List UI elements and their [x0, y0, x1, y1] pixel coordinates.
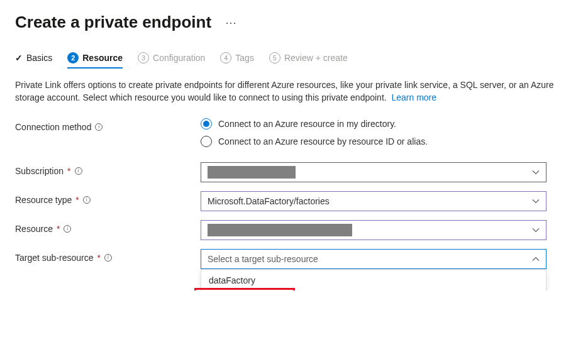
required-indicator: *	[97, 253, 101, 263]
radio-label: Connect to an Azure resource by resource…	[218, 136, 428, 146]
chevron-up-icon	[532, 255, 540, 263]
tab-label: Basics	[26, 53, 52, 63]
connection-method-radiogroup: Connect to an Azure resource in my direc…	[201, 118, 546, 147]
more-actions-button[interactable]: ⋯	[223, 13, 240, 32]
required-indicator: *	[75, 195, 79, 205]
chevron-down-icon	[532, 168, 540, 176]
resource-type-select[interactable]: Microsoft.DataFactory/factories	[201, 191, 546, 211]
subscription-select[interactable]	[201, 162, 546, 182]
step-number-icon: 2	[67, 52, 79, 63]
select-placeholder: Select a target sub-resource	[208, 254, 318, 264]
info-icon[interactable]: i	[83, 196, 91, 204]
tab-resource[interactable]: 2 Resource	[67, 52, 123, 67]
radio-connect-directory[interactable]: Connect to an Azure resource in my direc…	[201, 118, 546, 130]
dropdown-option-datafactory[interactable]: dataFactory	[201, 270, 546, 290]
step-number-icon: 3	[138, 52, 149, 63]
resource-type-value: Microsoft.DataFactory/factories	[208, 196, 330, 206]
wizard-tabs: ✓ Basics 2 Resource 3 Configuration 4 Ta…	[15, 52, 573, 67]
chevron-down-icon	[532, 226, 540, 234]
resource-type-label: Resource type	[15, 195, 72, 205]
required-indicator: *	[57, 224, 60, 234]
learn-more-link[interactable]: Learn more	[391, 92, 436, 102]
tab-configuration[interactable]: 3 Configuration	[138, 52, 205, 67]
info-icon[interactable]: i	[95, 123, 103, 131]
info-icon[interactable]: i	[75, 167, 82, 175]
tab-description: Private Link offers options to create pr…	[15, 79, 556, 104]
masked-value	[208, 224, 352, 236]
masked-value	[208, 166, 296, 179]
tab-tags[interactable]: 4 Tags	[220, 52, 254, 67]
checkmark-icon: ✓	[15, 53, 23, 63]
subscription-label: Subscription	[15, 166, 64, 176]
tab-basics[interactable]: ✓ Basics	[15, 53, 52, 67]
connection-method-label: Connection method	[15, 122, 91, 132]
step-number-icon: 4	[220, 52, 231, 63]
radio-unselected-icon	[201, 136, 212, 147]
target-sub-resource-dropdown: dataFactory portal	[201, 269, 546, 290]
tab-label: Configuration	[153, 53, 205, 63]
resource-select[interactable]	[201, 220, 546, 240]
step-number-icon: 5	[269, 52, 280, 63]
radio-connect-resourceid[interactable]: Connect to an Azure resource by resource…	[201, 136, 546, 147]
info-icon[interactable]: i	[64, 225, 71, 233]
resource-label: Resource	[15, 224, 53, 234]
info-icon[interactable]: i	[104, 254, 112, 262]
radio-selected-icon	[201, 118, 212, 130]
tab-review-create[interactable]: 5 Review + create	[269, 52, 348, 67]
radio-label: Connect to an Azure resource in my direc…	[218, 119, 396, 129]
page-title: Create a private endpoint	[15, 13, 211, 32]
chevron-down-icon	[532, 197, 540, 205]
target-sub-resource-label: Target sub-resource	[15, 253, 94, 263]
target-sub-resource-select[interactable]: Select a target sub-resource	[201, 249, 546, 269]
description-text: Private Link offers options to create pr…	[15, 80, 554, 102]
tab-label: Tags	[235, 53, 254, 63]
tab-label: Review + create	[284, 53, 348, 63]
required-indicator: *	[67, 166, 70, 176]
tab-label: Resource	[82, 53, 123, 63]
